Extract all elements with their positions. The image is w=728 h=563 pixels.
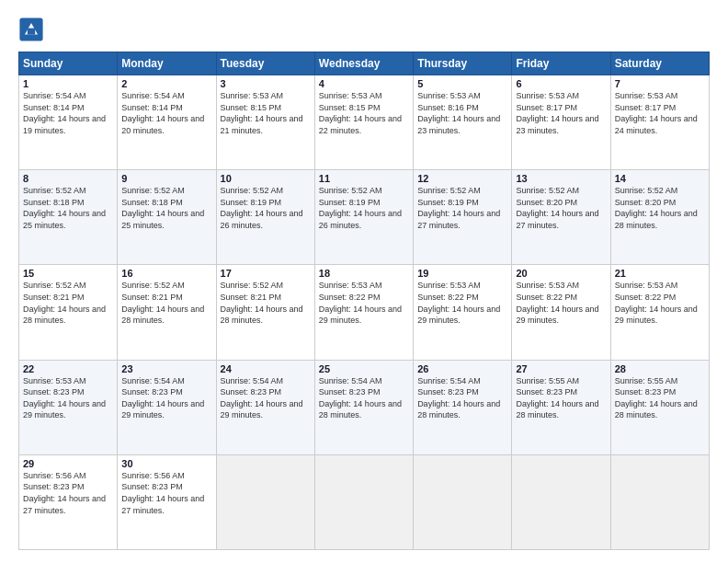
day-info: Sunrise: 5:54 AMSunset: 8:23 PMDaylight:… xyxy=(319,376,402,420)
day-number: 26 xyxy=(417,363,507,374)
day-info: Sunrise: 5:53 AMSunset: 8:22 PMDaylight:… xyxy=(615,281,698,325)
day-info: Sunrise: 5:55 AMSunset: 8:23 PMDaylight:… xyxy=(615,376,698,420)
calendar-cell: 9 Sunrise: 5:52 AMSunset: 8:18 PMDayligh… xyxy=(118,170,216,265)
calendar-cell: 14 Sunrise: 5:52 AMSunset: 8:20 PMDaylig… xyxy=(610,170,709,265)
day-info: Sunrise: 5:52 AMSunset: 8:19 PMDaylight:… xyxy=(221,186,303,230)
day-number: 9 xyxy=(121,173,211,184)
calendar-cell xyxy=(610,454,709,549)
calendar-cell xyxy=(314,454,413,549)
day-info: Sunrise: 5:52 AMSunset: 8:21 PMDaylight:… xyxy=(121,281,204,325)
calendar-cell: 22 Sunrise: 5:53 AMSunset: 8:23 PMDaylig… xyxy=(19,360,118,454)
day-info: Sunrise: 5:56 AMSunset: 8:23 PMDaylight:… xyxy=(121,471,204,515)
calendar-cell: 15 Sunrise: 5:52 AMSunset: 8:21 PMDaylig… xyxy=(19,265,118,360)
calendar-cell: 20 Sunrise: 5:53 AMSunset: 8:22 PMDaylig… xyxy=(512,265,610,360)
calendar-cell xyxy=(414,454,512,549)
calendar-cell: 26 Sunrise: 5:54 AMSunset: 8:23 PMDaylig… xyxy=(414,360,512,454)
weekday-header: Sunday xyxy=(19,52,118,75)
day-info: Sunrise: 5:54 AMSunset: 8:14 PMDaylight:… xyxy=(23,91,106,135)
calendar-cell: 10 Sunrise: 5:52 AMSunset: 8:19 PMDaylig… xyxy=(216,170,314,265)
day-number: 30 xyxy=(121,458,211,469)
day-info: Sunrise: 5:52 AMSunset: 8:21 PMDaylight:… xyxy=(23,281,106,325)
calendar-cell: 25 Sunrise: 5:54 AMSunset: 8:23 PMDaylig… xyxy=(314,360,413,454)
day-number: 13 xyxy=(516,173,606,184)
day-number: 21 xyxy=(615,268,705,279)
weekday-header: Friday xyxy=(512,52,610,75)
day-number: 19 xyxy=(417,268,507,279)
calendar-cell: 11 Sunrise: 5:52 AMSunset: 8:19 PMDaylig… xyxy=(314,170,413,265)
day-number: 7 xyxy=(615,78,705,89)
day-info: Sunrise: 5:55 AMSunset: 8:23 PMDaylight:… xyxy=(516,376,598,420)
calendar-cell: 13 Sunrise: 5:52 AMSunset: 8:20 PMDaylig… xyxy=(512,170,610,265)
calendar-cell: 24 Sunrise: 5:54 AMSunset: 8:23 PMDaylig… xyxy=(216,360,314,454)
header xyxy=(18,17,710,42)
day-number: 11 xyxy=(319,173,409,184)
day-number: 6 xyxy=(516,78,606,89)
day-number: 16 xyxy=(121,268,211,279)
day-number: 5 xyxy=(417,78,507,89)
weekday-header: Wednesday xyxy=(314,52,413,75)
day-info: Sunrise: 5:53 AMSunset: 8:15 PMDaylight:… xyxy=(221,91,303,135)
calendar-cell xyxy=(216,454,314,549)
calendar-cell: 21 Sunrise: 5:53 AMSunset: 8:22 PMDaylig… xyxy=(610,265,709,360)
calendar-cell: 17 Sunrise: 5:52 AMSunset: 8:21 PMDaylig… xyxy=(216,265,314,360)
calendar-cell: 4 Sunrise: 5:53 AMSunset: 8:15 PMDayligh… xyxy=(314,75,413,170)
day-number: 17 xyxy=(221,268,311,279)
day-number: 3 xyxy=(221,78,311,89)
weekday-header: Saturday xyxy=(610,52,709,75)
calendar-cell: 1 Sunrise: 5:54 AMSunset: 8:14 PMDayligh… xyxy=(19,75,118,170)
calendar-cell: 2 Sunrise: 5:54 AMSunset: 8:14 PMDayligh… xyxy=(118,75,216,170)
day-number: 27 xyxy=(516,363,606,374)
day-info: Sunrise: 5:52 AMSunset: 8:20 PMDaylight:… xyxy=(615,186,698,230)
day-number: 14 xyxy=(615,173,705,184)
calendar-cell: 23 Sunrise: 5:54 AMSunset: 8:23 PMDaylig… xyxy=(118,360,216,454)
day-number: 20 xyxy=(516,268,606,279)
day-info: Sunrise: 5:52 AMSunset: 8:19 PMDaylight:… xyxy=(417,186,500,230)
day-info: Sunrise: 5:53 AMSunset: 8:22 PMDaylight:… xyxy=(417,281,500,325)
calendar-cell: 5 Sunrise: 5:53 AMSunset: 8:16 PMDayligh… xyxy=(414,75,512,170)
day-info: Sunrise: 5:54 AMSunset: 8:23 PMDaylight:… xyxy=(221,376,303,420)
calendar-cell: 18 Sunrise: 5:53 AMSunset: 8:22 PMDaylig… xyxy=(314,265,413,360)
day-info: Sunrise: 5:53 AMSunset: 8:22 PMDaylight:… xyxy=(319,281,402,325)
calendar-cell: 19 Sunrise: 5:53 AMSunset: 8:22 PMDaylig… xyxy=(414,265,512,360)
day-info: Sunrise: 5:53 AMSunset: 8:16 PMDaylight:… xyxy=(417,91,500,135)
calendar-cell: 29 Sunrise: 5:56 AMSunset: 8:23 PMDaylig… xyxy=(19,454,118,549)
day-number: 2 xyxy=(121,78,211,89)
day-info: Sunrise: 5:52 AMSunset: 8:18 PMDaylight:… xyxy=(23,186,106,230)
weekday-header: Tuesday xyxy=(216,52,314,75)
svg-rect-2 xyxy=(28,29,35,35)
day-info: Sunrise: 5:53 AMSunset: 8:15 PMDaylight:… xyxy=(319,91,402,135)
day-number: 10 xyxy=(221,173,311,184)
logo-icon xyxy=(18,17,44,42)
day-number: 18 xyxy=(319,268,409,279)
day-number: 28 xyxy=(615,363,705,374)
calendar-cell: 8 Sunrise: 5:52 AMSunset: 8:18 PMDayligh… xyxy=(19,170,118,265)
day-info: Sunrise: 5:52 AMSunset: 8:18 PMDaylight:… xyxy=(121,186,204,230)
day-number: 12 xyxy=(417,173,507,184)
calendar-cell: 12 Sunrise: 5:52 AMSunset: 8:19 PMDaylig… xyxy=(414,170,512,265)
weekday-header: Monday xyxy=(118,52,216,75)
day-number: 24 xyxy=(221,363,311,374)
day-info: Sunrise: 5:53 AMSunset: 8:23 PMDaylight:… xyxy=(23,376,106,420)
calendar-cell: 7 Sunrise: 5:53 AMSunset: 8:17 PMDayligh… xyxy=(610,75,709,170)
day-number: 25 xyxy=(319,363,409,374)
day-number: 4 xyxy=(319,78,409,89)
logo xyxy=(18,17,46,42)
calendar-table: SundayMondayTuesdayWednesdayThursdayFrid… xyxy=(18,52,710,550)
day-info: Sunrise: 5:52 AMSunset: 8:19 PMDaylight:… xyxy=(319,186,402,230)
calendar-cell: 27 Sunrise: 5:55 AMSunset: 8:23 PMDaylig… xyxy=(512,360,610,454)
calendar-cell xyxy=(512,454,610,549)
weekday-header: Thursday xyxy=(414,52,512,75)
calendar-cell: 6 Sunrise: 5:53 AMSunset: 8:17 PMDayligh… xyxy=(512,75,610,170)
day-number: 29 xyxy=(23,458,113,469)
day-info: Sunrise: 5:53 AMSunset: 8:17 PMDaylight:… xyxy=(516,91,598,135)
calendar-cell: 3 Sunrise: 5:53 AMSunset: 8:15 PMDayligh… xyxy=(216,75,314,170)
day-info: Sunrise: 5:53 AMSunset: 8:17 PMDaylight:… xyxy=(615,91,698,135)
day-info: Sunrise: 5:54 AMSunset: 8:14 PMDaylight:… xyxy=(121,91,204,135)
calendar-cell: 28 Sunrise: 5:55 AMSunset: 8:23 PMDaylig… xyxy=(610,360,709,454)
day-number: 23 xyxy=(121,363,211,374)
day-info: Sunrise: 5:52 AMSunset: 8:21 PMDaylight:… xyxy=(221,281,303,325)
day-info: Sunrise: 5:52 AMSunset: 8:20 PMDaylight:… xyxy=(516,186,598,230)
day-info: Sunrise: 5:54 AMSunset: 8:23 PMDaylight:… xyxy=(417,376,500,420)
day-number: 15 xyxy=(23,268,113,279)
calendar-cell: 16 Sunrise: 5:52 AMSunset: 8:21 PMDaylig… xyxy=(118,265,216,360)
